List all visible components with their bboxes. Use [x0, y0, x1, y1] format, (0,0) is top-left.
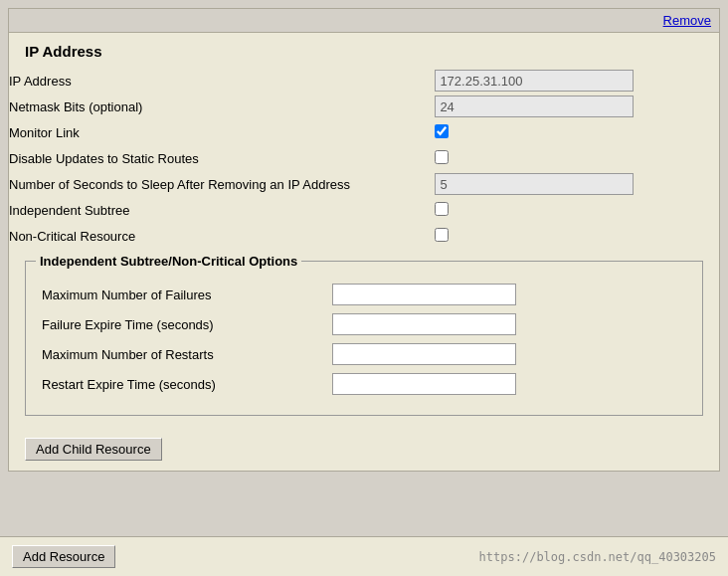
remove-bar: Remove: [9, 9, 719, 33]
restart-expire-label: Restart Expire Time (seconds): [42, 369, 332, 399]
restart-expire-input[interactable]: [332, 373, 516, 395]
independent-options-group: Independent Subtree/Non-Critical Options…: [25, 261, 703, 416]
group-box-legend: Independent Subtree/Non-Critical Options: [36, 254, 301, 269]
non-critical-checkbox[interactable]: [435, 228, 449, 242]
max-failures-cell: [332, 280, 686, 309]
child-resource-button-row: Add Child Resource: [9, 428, 719, 471]
add-resource-button[interactable]: Add Resource: [12, 545, 115, 568]
netmask-cell: [435, 94, 719, 119]
section-title: IP Address: [9, 33, 719, 68]
ip-address-label: IP Address: [9, 68, 435, 94]
monitor-link-cell: [435, 119, 719, 145]
non-critical-label: Non-Critical Resource: [9, 223, 435, 249]
independent-subtree-checkbox[interactable]: [435, 202, 449, 216]
add-child-resource-button[interactable]: Add Child Resource: [25, 438, 162, 461]
max-restarts-cell: [332, 339, 686, 369]
max-failures-input[interactable]: [332, 284, 516, 305]
failure-expire-cell: [332, 309, 686, 339]
remove-link[interactable]: Remove: [663, 13, 711, 28]
independent-subtree-cell: [435, 197, 719, 223]
netmask-input[interactable]: [435, 96, 634, 117]
monitor-link-label: Monitor Link: [9, 119, 435, 145]
max-restarts-input[interactable]: [332, 343, 516, 365]
bottom-bar: Add Resource https://blog.csdn.net/qq_40…: [0, 536, 728, 576]
failure-expire-label: Failure Expire Time (seconds): [42, 309, 332, 339]
restart-expire-cell: [332, 369, 686, 399]
sleep-seconds-label: Number of Seconds to Sleep After Removin…: [9, 171, 435, 197]
non-critical-cell: [435, 223, 719, 249]
independent-subtree-label: Independent Subtree: [9, 197, 435, 223]
max-restarts-label: Maximum Number of Restarts: [42, 339, 332, 369]
failure-expire-input[interactable]: [332, 313, 516, 335]
sleep-seconds-input[interactable]: [435, 173, 634, 195]
max-failures-label: Maximum Number of Failures: [42, 280, 332, 309]
monitor-link-checkbox[interactable]: [435, 124, 449, 138]
watermark: https://blog.csdn.net/qq_40303205: [479, 550, 716, 564]
netmask-label: Netmask Bits (optional): [9, 94, 435, 119]
sleep-seconds-cell: [435, 171, 719, 197]
disable-updates-cell: [435, 145, 719, 171]
ip-address-cell: [435, 68, 719, 94]
disable-updates-label: Disable Updates to Static Routes: [9, 145, 435, 171]
disable-updates-checkbox[interactable]: [435, 150, 449, 164]
ip-address-input[interactable]: [435, 70, 634, 92]
